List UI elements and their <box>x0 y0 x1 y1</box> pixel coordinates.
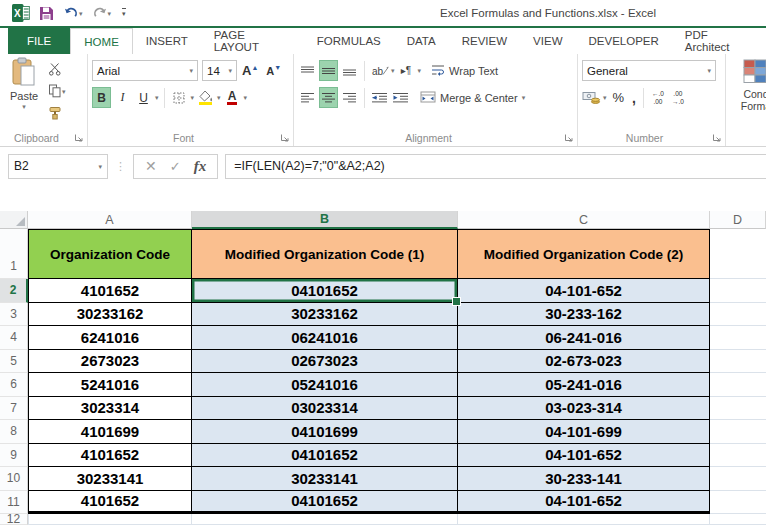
alignment-dialog-launcher-icon[interactable] <box>564 133 574 143</box>
column-header-D[interactable]: D <box>710 211 766 229</box>
align-right-button[interactable] <box>340 87 359 108</box>
paste-dropdown-icon[interactable]: ▾ <box>22 103 26 110</box>
empty-cell-D[interactable] <box>710 420 766 444</box>
row-header-12[interactable]: 12 <box>0 514 28 525</box>
font-size-combobox[interactable]: 14▾ <box>202 60 237 81</box>
cell-A6[interactable]: 5241016 <box>28 373 192 397</box>
merge-center-dropdown-icon[interactable]: ▾ <box>522 94 526 101</box>
underline-button[interactable]: U <box>134 87 153 108</box>
cell-A7[interactable]: 3023314 <box>28 397 192 421</box>
tab-formulas[interactable]: FORMULAS <box>304 28 394 54</box>
align-bottom-button[interactable] <box>340 60 359 81</box>
tab-data[interactable]: DATA <box>394 28 449 54</box>
empty-cell-D[interactable] <box>710 397 766 421</box>
font-dialog-launcher-icon[interactable] <box>280 133 290 143</box>
empty-cell-D[interactable] <box>710 326 766 350</box>
copy-button[interactable]: ▾ <box>48 82 66 100</box>
comma-style-button[interactable]: , <box>630 90 638 106</box>
cell-A1[interactable]: Organization Code <box>28 229 192 279</box>
cell-A9[interactable]: 4101652 <box>28 444 192 468</box>
cell-C11[interactable]: 04-101-652 <box>458 491 710 515</box>
number-dialog-launcher-icon[interactable] <box>712 133 722 143</box>
empty-cell-D[interactable] <box>710 279 766 303</box>
cell-C9[interactable]: 04-101-652 <box>458 444 710 468</box>
column-header-B[interactable]: B <box>192 211 458 229</box>
tab-review[interactable]: REVIEW <box>449 28 520 54</box>
accounting-format-dropdown-icon[interactable]: ▾ <box>603 94 607 101</box>
row-header-5[interactable]: 5 <box>0 350 28 374</box>
name-box-dropdown-icon[interactable]: ▾ <box>98 163 102 170</box>
row-header-8[interactable]: 8 <box>0 420 28 444</box>
customize-qat-icon[interactable]: ▾ <box>122 8 126 18</box>
row-header-11[interactable]: 11 <box>0 491 28 515</box>
cut-button[interactable] <box>48 60 66 78</box>
orientation-dropdown-icon[interactable]: ▾ <box>391 67 395 74</box>
cell-B10[interactable]: 30233141 <box>192 467 458 491</box>
cell-C1[interactable]: Modified Organization Code (2) <box>458 229 710 279</box>
row-header-1[interactable]: 1 <box>0 229 28 279</box>
tab-home[interactable]: HOME <box>70 28 133 54</box>
cell-C8[interactable]: 04-101-699 <box>458 420 710 444</box>
empty-cell-D[interactable] <box>710 491 766 515</box>
format-painter-button[interactable] <box>48 104 66 122</box>
empty-cell-D[interactable] <box>710 444 766 468</box>
empty-cell-D[interactable] <box>710 514 766 525</box>
cell-C3[interactable]: 30-233-162 <box>458 303 710 327</box>
increase-decimal-button[interactable]: ←.0 .00 <box>649 90 667 105</box>
redo-button[interactable]: ▾ <box>90 3 114 23</box>
empty-cell-D[interactable] <box>710 350 766 374</box>
merge-center-button[interactable]: Merge & Center ▾ <box>420 91 525 105</box>
cell-B4[interactable]: 06241016 <box>192 326 458 350</box>
fill-color-button[interactable] <box>196 87 215 108</box>
cell-C10[interactable]: 30-233-141 <box>458 467 710 491</box>
cell-C7[interactable]: 03-023-314 <box>458 397 710 421</box>
bold-button[interactable]: B <box>92 87 111 108</box>
align-middle-button[interactable] <box>319 60 338 81</box>
font-size-dropdown-icon[interactable]: ▾ <box>228 67 232 74</box>
orientation-button[interactable]: ab <box>370 60 389 81</box>
clipboard-dialog-launcher-icon[interactable] <box>74 133 84 143</box>
increase-indent-button[interactable] <box>391 87 410 108</box>
cell-C6[interactable]: 05-241-016 <box>458 373 710 397</box>
cell-B12[interactable] <box>192 514 458 525</box>
cell-C12[interactable] <box>458 514 710 525</box>
align-center-button[interactable] <box>319 87 338 108</box>
conditional-formatting-button[interactable]: Cond Forma <box>730 57 766 113</box>
row-header-4[interactable]: 4 <box>0 326 28 350</box>
paste-button[interactable]: Paste ▾ <box>4 57 44 127</box>
empty-cell-D[interactable] <box>710 303 766 327</box>
accounting-format-button[interactable] <box>582 87 601 108</box>
undo-dropdown-icon[interactable]: ▾ <box>79 10 83 17</box>
align-left-button[interactable] <box>298 87 317 108</box>
decrease-font-size-button[interactable]: A▼ <box>263 65 284 77</box>
cell-B1[interactable]: Modified Organization Code (1) <box>192 229 458 279</box>
decrease-decimal-button[interactable]: .00 →.0 <box>669 90 687 105</box>
cell-B3[interactable]: 30233162 <box>192 303 458 327</box>
wrap-text-button[interactable]: Wrap Text <box>431 64 498 78</box>
tab-page-layout[interactable]: PAGE LAYOUT <box>201 28 304 54</box>
cancel-icon[interactable]: ✕ <box>145 158 157 174</box>
formula-bar-splitter[interactable]: ⋮ <box>115 160 126 173</box>
empty-cell-D[interactable] <box>710 373 766 397</box>
cell-A5[interactable]: 2673023 <box>28 350 192 374</box>
cell-A4[interactable]: 6241016 <box>28 326 192 350</box>
row-header-10[interactable]: 10 <box>0 467 28 491</box>
tab-pdf-architect[interactable]: PDF Architect <box>672 28 766 54</box>
text-direction-button[interactable]: ▸¶ <box>397 60 416 81</box>
name-box[interactable]: B2 ▾ <box>8 154 108 179</box>
cell-A11[interactable]: 4101652 <box>28 491 192 515</box>
font-color-dropdown-icon[interactable]: ▾ <box>244 94 248 101</box>
align-top-button[interactable] <box>298 60 317 81</box>
cell-B7[interactable]: 03023314 <box>192 397 458 421</box>
cell-A2[interactable]: 4101652 <box>28 279 192 303</box>
tab-insert[interactable]: INSERT <box>133 28 201 54</box>
italic-button[interactable]: I <box>113 87 132 108</box>
cell-B6[interactable]: 05241016 <box>192 373 458 397</box>
redo-dropdown-icon[interactable]: ▾ <box>108 10 112 17</box>
cell-B8[interactable]: 04101699 <box>192 420 458 444</box>
row-header-3[interactable]: 3 <box>0 303 28 327</box>
number-format-combobox[interactable]: General▾ <box>582 60 716 81</box>
cell-A3[interactable]: 30233162 <box>28 303 192 327</box>
font-name-dropdown-icon[interactable]: ▾ <box>189 67 193 74</box>
tab-file[interactable]: FILE <box>8 28 70 54</box>
